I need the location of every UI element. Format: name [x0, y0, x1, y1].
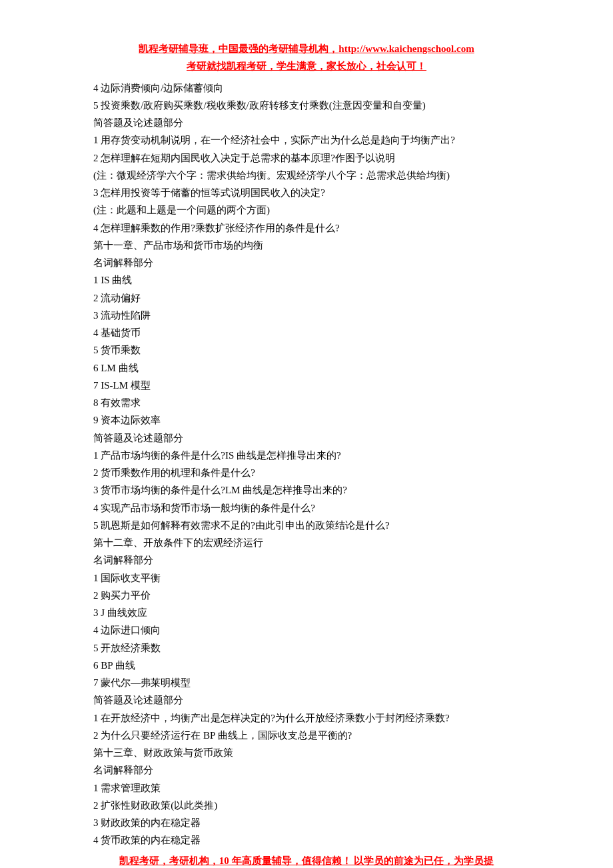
body-line: 3 财政政策的内在稳定器: [93, 814, 520, 831]
body-line: 4 怎样理解乘数的作用?乘数扩张经济作用的条件是什么?: [93, 219, 520, 237]
body-line: 1 在开放经济中，均衡产出是怎样决定的?为什么开放经济乘数小于封闭经济乘数?: [93, 709, 520, 727]
body-line: 简答题及论述题部分: [93, 114, 520, 131]
body-line: 第十三章、财政政策与货币政策: [93, 744, 520, 761]
body-line: 5 开放经济乘数: [93, 639, 520, 657]
body-line: 第十一章、产品市场和货币市场的均衡: [93, 237, 520, 254]
body-line: 6 BP 曲线: [93, 657, 520, 674]
body-line: 1 国际收支平衡: [93, 569, 520, 587]
body-line: 1 IS 曲线: [93, 271, 520, 289]
body-line: 3 J 曲线效应: [93, 604, 520, 621]
body-line: 2 货币乘数作用的机理和条件是什么?: [93, 464, 520, 481]
body-line: 4 基础货币: [93, 324, 520, 341]
body-line: 5 投资乘数/政府购买乘数/税收乘数/政府转移支付乘数(注意因变量和自变量): [93, 97, 520, 114]
body-line: 3 怎样用投资等于储蓄的恒等式说明国民收入的决定?: [93, 184, 520, 201]
header-line-2: 考研就找凯程考研，学生满意，家长放心，社会认可！: [93, 57, 520, 75]
body-line: 5 凯恩斯是如何解释有效需求不足的?由此引申出的政策结论是什么?: [93, 517, 520, 534]
body-line: 简答题及论述题部分: [93, 691, 520, 709]
body-line: 1 需求管理政策: [93, 779, 520, 797]
body-line: 2 流动偏好: [93, 289, 520, 307]
body-line: 4 实现产品市场和货币市场一般均衡的条件是什么?: [93, 499, 520, 517]
body-line: 1 用存货变动机制说明，在一个经济社会中，实际产出为什么总是趋向于均衡产出?: [93, 131, 520, 149]
body-line: 4 边际消费倾向/边际储蓄倾向: [93, 79, 520, 97]
body-line: 名词解释部分: [93, 761, 520, 779]
body-line: (注：此题和上题是一个问题的两个方面): [93, 201, 520, 219]
body-line: 简答题及论述题部分: [93, 429, 520, 447]
header-line-1: 凯程考研辅导班，中国最强的考研辅导机构，http://www.kaichengs…: [93, 40, 520, 57]
document-body: 4 边际消费倾向/边际储蓄倾向 5 投资乘数/政府购买乘数/税收乘数/政府转移支…: [93, 79, 520, 849]
body-line: 9 资本边际效率: [93, 411, 520, 429]
body-line: 名词解释部分: [93, 254, 520, 271]
header-url[interactable]: http://www.kaichengschool.com: [338, 43, 474, 54]
body-line: 2 为什么只要经济运行在 BP 曲线上，国际收支总是平衡的?: [93, 727, 520, 744]
body-line: 7 IS-LM 模型: [93, 377, 520, 394]
body-line: 6 LM 曲线: [93, 359, 520, 377]
body-line: 2 扩张性财政政策(以此类推): [93, 797, 520, 814]
body-line: 7 蒙代尔—弗莱明模型: [93, 674, 520, 691]
body-line: 第十二章、开放条件下的宏观经济运行: [93, 534, 520, 551]
body-line: 3 流动性陷阱: [93, 307, 520, 324]
footer-line-1: 凯程考研，考研机构，10 年高质量辅导，值得信赖！ 以学员的前途为已任，为学员提: [93, 852, 520, 869]
body-line: 8 有效需求: [93, 394, 520, 411]
body-line: 2 购买力平价: [93, 587, 520, 604]
header-text-1: 凯程考研辅导班，中国最强的考研辅导机构，: [139, 43, 338, 54]
body-line: 名词解释部分: [93, 551, 520, 569]
body-line: (注：微观经济学六个字：需求供给均衡。宏观经济学八个字：总需求总供给均衡): [93, 167, 520, 184]
page-footer: 凯程考研，考研机构，10 年高质量辅导，值得信赖！ 以学员的前途为已任，为学员提…: [93, 852, 520, 869]
body-line: 1 产品市场均衡的条件是什么?IS 曲线是怎样推导出来的?: [93, 447, 520, 464]
body-line: 4 边际进口倾向: [93, 621, 520, 639]
page-header: 凯程考研辅导班，中国最强的考研辅导机构，http://www.kaichengs…: [93, 40, 520, 75]
body-line: 2 怎样理解在短期内国民收入决定于总需求的基本原理?作图予以说明: [93, 149, 520, 167]
body-line: 4 货币政策的内在稳定器: [93, 831, 520, 849]
body-line: 3 货币市场均衡的条件是什么?LM 曲线是怎样推导出来的?: [93, 481, 520, 499]
body-line: 5 货币乘数: [93, 341, 520, 359]
